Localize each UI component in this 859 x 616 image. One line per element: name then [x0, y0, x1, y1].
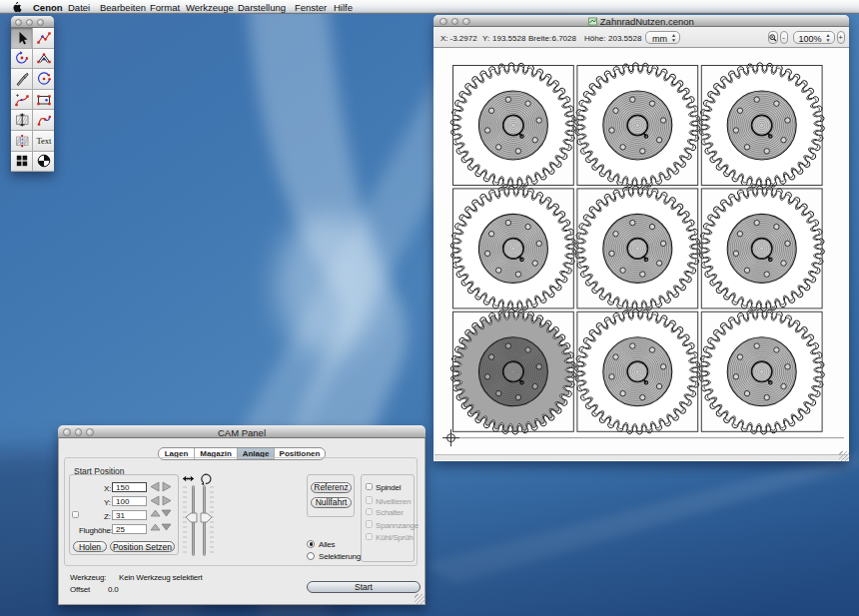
- svg-text:Text: Text: [36, 136, 51, 146]
